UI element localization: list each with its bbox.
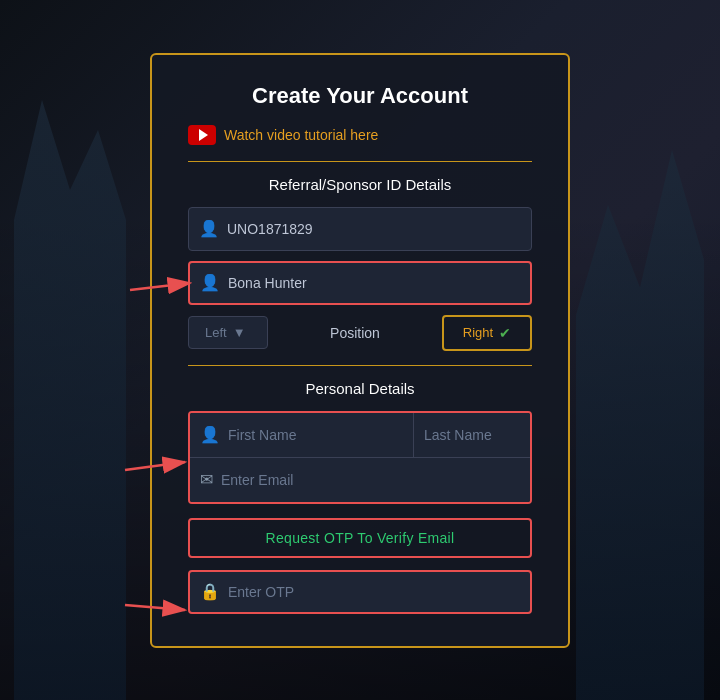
sponsor-id-field: 👤: [188, 207, 532, 251]
email-input[interactable]: [221, 472, 520, 488]
divider-1: [188, 161, 532, 162]
first-name-field: 👤: [190, 413, 414, 457]
divider-2: [188, 365, 532, 366]
email-field: ✉: [190, 458, 530, 502]
person-icon-2: 👤: [200, 273, 220, 292]
otp-input[interactable]: [228, 584, 520, 600]
position-label: Position: [278, 325, 432, 341]
otp-request-button[interactable]: Request OTP To Verify Email: [188, 518, 532, 558]
first-name-input[interactable]: [228, 427, 403, 443]
person-icon-1: 👤: [199, 219, 219, 238]
video-link-row: Watch video tutorial here: [188, 125, 532, 145]
right-label: Right: [463, 325, 493, 340]
personal-section-title: Personal Details: [188, 380, 532, 397]
registration-card: Create Your Account Watch video tutorial…: [150, 53, 570, 648]
email-icon: ✉: [200, 470, 213, 489]
last-name-field: [414, 413, 532, 457]
sponsor-name-input[interactable]: [228, 275, 520, 291]
left-label: Left: [205, 325, 227, 340]
position-row: Left ▼ Position Right ✔: [188, 315, 532, 351]
video-tutorial-link[interactable]: Watch video tutorial here: [224, 127, 378, 143]
sponsor-name-field: 👤: [188, 261, 532, 305]
position-left-button[interactable]: Left ▼: [188, 316, 268, 349]
otp-field: 🔒: [188, 570, 532, 614]
sponsor-id-input[interactable]: [227, 221, 521, 237]
checkmark-icon: ✔: [499, 325, 511, 341]
position-right-button[interactable]: Right ✔: [442, 315, 532, 351]
person-icon-3: 👤: [200, 425, 220, 444]
page-title: Create Your Account: [188, 83, 532, 109]
lock-icon: 🔒: [200, 582, 220, 601]
name-fields-row: 👤: [190, 413, 530, 458]
youtube-icon: [188, 125, 216, 145]
dropdown-icon: ▼: [233, 325, 246, 340]
personal-details-box: 👤 ✉: [188, 411, 532, 504]
referral-section-title: Referral/Sponsor ID Details: [188, 176, 532, 193]
last-name-input[interactable]: [424, 427, 532, 443]
